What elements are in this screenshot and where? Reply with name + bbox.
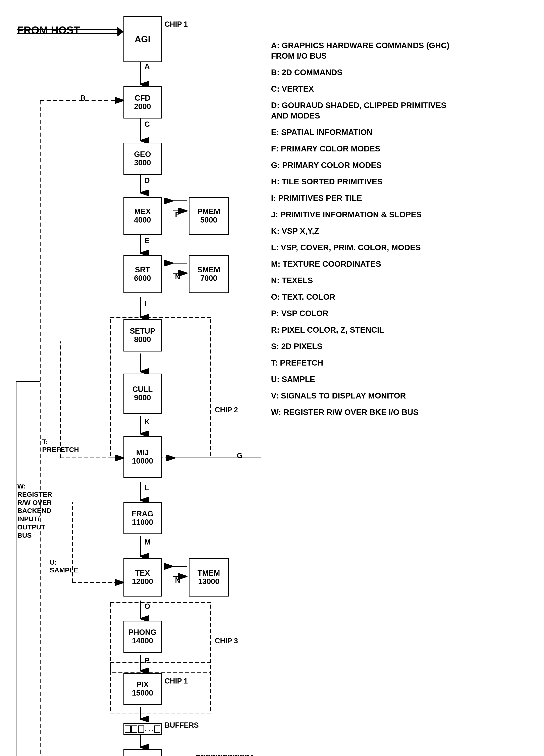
block-cull: CULL 9000 bbox=[124, 374, 162, 414]
legend-item-K: K: VSP X,Y,Z bbox=[271, 226, 532, 236]
legend-item-E: E: SPATIAL INFORMATION bbox=[271, 127, 532, 137]
legend-item-P: P: VSP COLOR bbox=[271, 308, 532, 319]
from-host-label: FROM HOST bbox=[17, 24, 80, 36]
legend-item-C: C: VERTEX bbox=[271, 84, 532, 94]
tex-line2: 12000 bbox=[132, 577, 153, 586]
block-pix: PIX 15000 bbox=[124, 673, 162, 705]
legend-item-A: A: GRAPHICS HARDWARE COMMANDS (GHC)FROM … bbox=[271, 40, 532, 61]
buffers-label: BUFFERS bbox=[165, 721, 199, 729]
cfd-line2: 2000 bbox=[134, 102, 151, 111]
mex-line1: MEX bbox=[134, 207, 151, 216]
label-N-tex: N bbox=[175, 576, 180, 584]
label-K: K bbox=[145, 418, 150, 426]
legend-item-T: T: PREFETCH bbox=[271, 358, 532, 368]
block-setup: SETUP 8000 bbox=[124, 319, 162, 351]
block-tex: TEX 12000 bbox=[124, 558, 162, 597]
block-pmem: PMEM 5000 bbox=[189, 197, 229, 235]
legend-item-U: U: SAMPLE bbox=[271, 374, 532, 384]
chip3-label: CHIP 3 bbox=[215, 637, 238, 645]
block-phong: PHONG 14000 bbox=[124, 621, 162, 653]
phong-line1: PHONG bbox=[129, 628, 156, 637]
block-agi: AGI bbox=[124, 16, 162, 62]
pix-line2: 15000 bbox=[132, 689, 153, 697]
buffer-boxes: . . . bbox=[124, 723, 162, 735]
label-W: W:REGISTERR/W OVERBACKENDINPUT/OUTPUTBUS bbox=[17, 482, 52, 539]
cull-line1: CULL bbox=[132, 385, 153, 394]
legend-item-N: N: TEXELS bbox=[271, 275, 532, 286]
label-P: P bbox=[145, 656, 149, 665]
block-mex: MEX 4000 bbox=[124, 197, 162, 235]
legend-item-S: S: 2D PIXELS bbox=[271, 341, 532, 351]
label-M: M bbox=[145, 538, 151, 546]
legend-item-L: L: VSP, COVER, PRIM. COLOR, MODES bbox=[271, 242, 532, 253]
cfd-line1: CFD bbox=[135, 94, 150, 102]
label-B: B bbox=[80, 94, 86, 102]
setup-line1: SETUP bbox=[130, 327, 155, 335]
label-I: I bbox=[145, 299, 147, 308]
geo-line2: 3000 bbox=[134, 159, 151, 167]
block-frag: FRAG 11000 bbox=[124, 502, 162, 534]
legend-item-B: B: 2D COMMANDS bbox=[271, 67, 532, 78]
legend-item-M: M: TEXTURE COORDINATES bbox=[271, 259, 532, 269]
chip1-bottom-label: CHIP 1 bbox=[165, 677, 188, 685]
block-tmem: TMEM 13000 bbox=[189, 558, 229, 597]
pmem-line2: 5000 bbox=[200, 216, 218, 224]
label-L: L bbox=[145, 484, 149, 492]
tmem-line2: 13000 bbox=[198, 577, 220, 586]
svg-marker-8 bbox=[118, 27, 124, 36]
label-E: E bbox=[145, 237, 149, 245]
block-bke: BKE 16000 bbox=[124, 749, 162, 756]
legend-item-O: O: TEXT. COLOR bbox=[271, 292, 532, 302]
mex-line2: 4000 bbox=[134, 216, 151, 224]
mij-line1: MIJ bbox=[136, 448, 149, 457]
chip1-top-label: CHIP 1 bbox=[165, 20, 188, 29]
label-G: G bbox=[237, 452, 243, 460]
legend-item-W: W: REGISTER R/W OVER BKE I/O BUS bbox=[271, 407, 532, 417]
phong-line2: 14000 bbox=[132, 637, 153, 645]
tmem-line1: TMEM bbox=[198, 569, 220, 577]
label-T-prefetch: T:PREFETCH bbox=[42, 438, 79, 454]
pmem-line1: PMEM bbox=[197, 207, 220, 216]
smem-line2: 7000 bbox=[200, 274, 218, 283]
legend-item-V: V: SIGNALS TO DISPLAY MONITOR bbox=[271, 390, 532, 401]
legend-item-H: H: TILE SORTED PRIMITIVES bbox=[271, 176, 532, 187]
legend-item-I: I: PRIMITIVES PER TILE bbox=[271, 193, 532, 203]
label-D: D bbox=[145, 176, 150, 185]
legend-item-G: G: PRIMARY COLOR MODES bbox=[271, 160, 532, 170]
label-C: C bbox=[145, 120, 150, 129]
block-srt: SRT 6000 bbox=[124, 255, 162, 293]
mij-line2: 10000 bbox=[132, 457, 153, 465]
label-F: F bbox=[175, 210, 180, 219]
label-U-sample: U:SAMPLE bbox=[50, 558, 78, 574]
legend-item-J: J: PRIMITIVE INFORMATION & SLOPES bbox=[271, 209, 532, 220]
block-geo: GEO 3000 bbox=[124, 143, 162, 175]
setup-line2: 8000 bbox=[134, 335, 151, 344]
srt-line1: SRT bbox=[135, 266, 150, 274]
legend-item-D: D: GOURAUD SHADED, CLIPPED PRIMITIVESAND… bbox=[271, 100, 532, 121]
frag-line2: 11000 bbox=[132, 518, 153, 527]
block-mij: MIJ 10000 bbox=[124, 436, 162, 478]
tex-line1: TEX bbox=[135, 569, 150, 577]
srt-line2: 6000 bbox=[134, 274, 151, 283]
smem-line1: SMEM bbox=[197, 266, 220, 274]
frag-line1: FRAG bbox=[132, 510, 153, 518]
block-smem: SMEM 7000 bbox=[189, 255, 229, 293]
legend-item-F: F: PRIMARY COLOR MODES bbox=[271, 143, 532, 154]
block-cfd: CFD 2000 bbox=[124, 86, 162, 119]
legend-area: A: GRAPHICS HARDWARE COMMANDS (GHC)FROM … bbox=[271, 40, 532, 423]
chip2-label: CHIP 2 bbox=[215, 406, 238, 414]
pix-line1: PIX bbox=[136, 680, 149, 689]
block-display: DISPLAY bbox=[199, 755, 249, 756]
legend-item-R: R: PIXEL COLOR, Z, STENCIL bbox=[271, 325, 532, 335]
geo-line1: GEO bbox=[134, 150, 151, 159]
label-N-srt: N bbox=[175, 273, 180, 281]
diagram-container: FROM HOST AGI CHIP 1 CFD 2000 GEO 3000 M… bbox=[0, 0, 544, 756]
cull-line2: 9000 bbox=[134, 394, 151, 402]
label-A: A bbox=[145, 62, 150, 71]
label-O: O bbox=[145, 602, 150, 611]
